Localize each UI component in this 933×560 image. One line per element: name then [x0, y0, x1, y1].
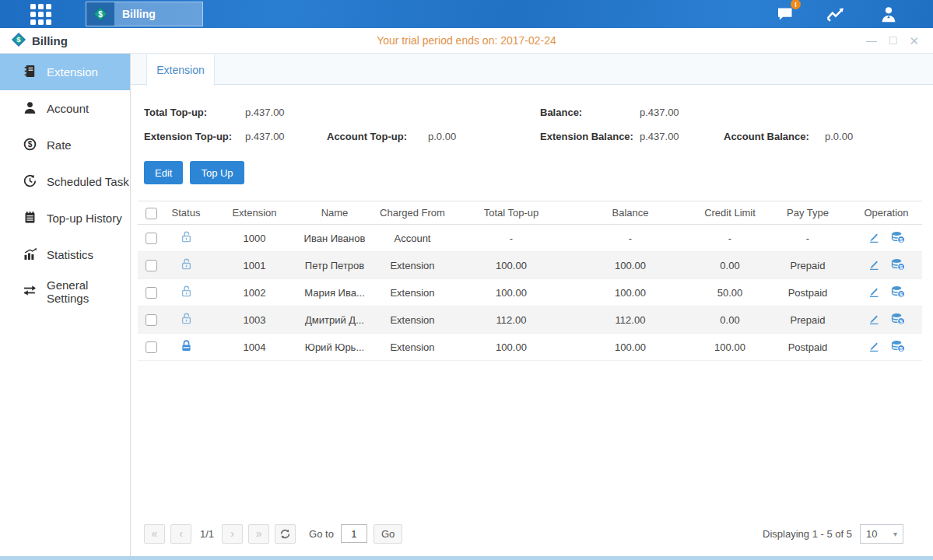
- window-title: Billing: [32, 34, 68, 47]
- page-indicator: 1/1: [200, 528, 214, 540]
- lock-open-icon: [180, 234, 193, 246]
- window-bottom-edge: [0, 556, 933, 560]
- bar-chart-icon: [23, 247, 37, 263]
- account-balance-value: p.0.00: [825, 131, 853, 142]
- minimize-button[interactable]: —: [866, 35, 877, 46]
- extension-balance-label: Extension Balance:: [540, 131, 640, 142]
- edit-pencil-icon[interactable]: [868, 231, 880, 246]
- sidebar-item-label: Top-up History: [47, 212, 122, 225]
- dollar-circle-icon: $: [23, 138, 37, 153]
- cell-extension: 1004: [208, 334, 301, 361]
- window-titlebar: $ Billing Your trial period ends on: 201…: [0, 28, 933, 54]
- edit-pencil-icon[interactable]: [868, 285, 880, 300]
- last-page-button[interactable]: »: [248, 524, 269, 544]
- cell-total-topup: 112.00: [457, 306, 566, 334]
- top-up-button[interactable]: Top Up: [190, 161, 244, 184]
- sidebar-item-label: Rate: [47, 138, 72, 152]
- table-row: 1002Мария Ива...Extension100.00100.0050.…: [138, 279, 922, 306]
- page-size-select[interactable]: 10 ▾: [860, 524, 903, 544]
- history-clock-icon: [23, 174, 37, 190]
- balance-value: p.437.00: [640, 107, 679, 118]
- lock-closed-icon: [180, 343, 193, 355]
- sidebar: ExtensionAccount$RateScheduled TaskTop-u…: [0, 54, 131, 556]
- trial-message: Your trial period ends on: 2017-02-24: [179, 34, 754, 47]
- column-header: Total Top-up: [457, 201, 566, 225]
- sidebar-item-label: Account: [47, 102, 89, 115]
- svg-text:$: $: [900, 290, 903, 297]
- sidebar-item-extension[interactable]: Extension: [0, 54, 130, 90]
- close-button[interactable]: ✕: [909, 35, 919, 47]
- goto-page-input[interactable]: [341, 524, 367, 543]
- cell-charged-from: Extension: [368, 334, 457, 361]
- topup-coins-icon[interactable]: $: [891, 231, 905, 246]
- row-checkbox[interactable]: [146, 260, 157, 271]
- sidebar-item-label: Extension: [47, 65, 98, 79]
- sidebar-item-statistics[interactable]: Statistics: [0, 236, 130, 273]
- sidebar-item-general-settings[interactable]: General Settings: [0, 273, 130, 310]
- resource-monitor-icon[interactable]: [824, 4, 851, 24]
- select-all-checkbox[interactable]: [146, 208, 157, 219]
- edit-pencil-icon[interactable]: [868, 313, 880, 327]
- lock-open-icon: [180, 316, 193, 327]
- prev-page-button[interactable]: ‹: [170, 524, 191, 544]
- edit-pencil-icon[interactable]: [868, 340, 880, 355]
- next-page-button[interactable]: ›: [222, 524, 243, 544]
- cell-charged-from: Extension: [368, 306, 457, 334]
- svg-text:$: $: [900, 317, 903, 324]
- messages-icon[interactable]: !: [773, 4, 799, 24]
- cell-pay-type: Prepaid: [765, 306, 851, 334]
- cell-balance: -: [566, 225, 695, 252]
- sidebar-item-top-up-history[interactable]: Top-up History: [0, 200, 130, 236]
- billing-window-icon: $: [11, 32, 26, 50]
- edit-button[interactable]: Edit: [144, 161, 183, 184]
- account-balance-label: Account Balance:: [724, 131, 825, 142]
- cell-credit-limit: 50.00: [695, 279, 765, 306]
- row-checkbox[interactable]: [146, 287, 157, 299]
- cell-balance: 100.00: [566, 334, 695, 361]
- extension-topup-label: Extension Top-up:: [144, 131, 245, 142]
- sliders-icon: [23, 284, 37, 299]
- cell-balance: 100.00: [566, 279, 695, 306]
- first-page-button[interactable]: «: [144, 524, 165, 544]
- cell-credit-limit: -: [695, 225, 765, 252]
- sidebar-item-account[interactable]: Account: [0, 90, 130, 127]
- row-checkbox[interactable]: [146, 341, 157, 353]
- user-icon: [23, 101, 37, 117]
- refresh-button[interactable]: [275, 524, 296, 544]
- table-row: 1000Иван ИвановAccount----$: [138, 225, 922, 252]
- address-book-icon: [23, 65, 37, 80]
- cell-total-topup: -: [457, 225, 566, 252]
- sidebar-item-label: Scheduled Task: [47, 175, 129, 188]
- apps-grid-icon[interactable]: [23, 0, 58, 28]
- cell-name: Дмитрий Д...: [301, 306, 368, 334]
- row-checkbox[interactable]: [146, 233, 157, 244]
- cell-credit-limit: 0.00: [695, 306, 765, 334]
- user-account-icon[interactable]: [875, 4, 902, 24]
- topup-coins-icon[interactable]: $: [891, 285, 905, 300]
- maximize-button[interactable]: □: [889, 34, 897, 47]
- ledger-icon: [23, 211, 37, 226]
- chevron-down-icon: ▾: [893, 530, 897, 538]
- pagination-bar: « ‹ 1/1 › » Go to Go Displaying 1 - 5 of…: [144, 522, 903, 545]
- sidebar-item-rate[interactable]: $Rate: [0, 127, 130, 163]
- account-topup-value: p.0.00: [428, 131, 540, 142]
- topup-coins-icon[interactable]: $: [891, 258, 905, 273]
- row-checkbox[interactable]: [146, 314, 157, 326]
- tab-strip: Extension: [131, 54, 933, 85]
- cell-credit-limit: 100.00: [695, 334, 765, 361]
- tab-extension[interactable]: Extension: [146, 54, 215, 86]
- edit-pencil-icon[interactable]: [868, 258, 880, 273]
- column-header: Status: [164, 201, 208, 225]
- svg-text:$: $: [900, 263, 903, 270]
- svg-text:$: $: [900, 236, 903, 243]
- go-button[interactable]: Go: [374, 524, 402, 544]
- topup-coins-icon[interactable]: $: [891, 313, 905, 327]
- main-panel: Extension Total Top-up: p.437.00 Balance…: [131, 54, 933, 556]
- sidebar-item-scheduled-task[interactable]: Scheduled Task: [0, 163, 130, 200]
- billing-app-tab[interactable]: $ Billing: [86, 2, 203, 26]
- column-header: Extension: [208, 201, 301, 225]
- cell-total-topup: 100.00: [457, 334, 566, 361]
- cell-name: Петр Петров: [301, 252, 368, 279]
- page-size-value: 10: [866, 528, 877, 540]
- topup-coins-icon[interactable]: $: [891, 340, 905, 355]
